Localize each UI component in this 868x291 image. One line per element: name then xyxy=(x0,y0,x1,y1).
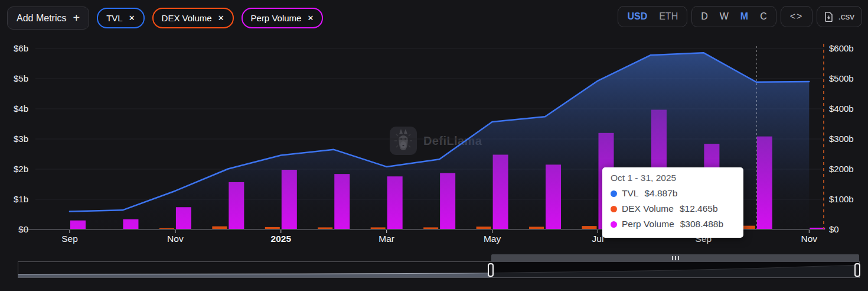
metric-pill-tvl[interactable]: TVL ✕ xyxy=(97,8,144,28)
perp-volume-bar xyxy=(282,170,297,229)
metrics-toolbar: Add Metrics + TVL ✕ DEX Volume ✕ Perp Vo… xyxy=(7,7,323,30)
currency-toggle: USD ETH xyxy=(618,6,687,27)
add-metrics-button[interactable]: Add Metrics + xyxy=(7,7,89,30)
tooltip-perp-label: Perp Volume xyxy=(622,216,674,232)
metric-pill-tvl-label: TVL xyxy=(106,13,123,23)
close-icon[interactable]: ✕ xyxy=(307,14,314,22)
tooltip-date-range: Oct 1 - 31, 2025 xyxy=(611,173,735,183)
perp-volume-bar xyxy=(229,182,244,229)
tooltip-perp-value: $308.488b xyxy=(680,216,723,232)
plus-icon: + xyxy=(73,11,80,25)
metric-pill-perp-volume[interactable]: Perp Volume ✕ xyxy=(242,8,324,28)
interval-cumulative-option[interactable]: C xyxy=(754,11,773,22)
perp-volume-bar xyxy=(757,137,772,229)
dex-series-dot xyxy=(611,206,617,212)
add-metrics-label: Add Metrics xyxy=(17,13,66,24)
download-csv-button[interactable]: .csv xyxy=(817,6,862,27)
tooltip-row-perp: Perp Volume $308.488b xyxy=(611,216,735,232)
currency-eth-option[interactable]: ETH xyxy=(653,11,684,22)
perp-volume-bar xyxy=(493,155,508,229)
chart-controls: USD ETH D W M C <> .csv xyxy=(618,6,862,27)
csv-file-icon xyxy=(824,12,833,22)
metric-pill-dex-label: DEX Volume xyxy=(162,13,212,23)
defillama-chart-page: Add Metrics + TVL ✕ DEX Volume ✕ Perp Vo… xyxy=(0,0,868,291)
perp-volume-bar xyxy=(334,174,350,229)
grip-icon xyxy=(678,256,679,260)
range-selector-track[interactable] xyxy=(18,261,860,278)
close-icon[interactable]: ✕ xyxy=(129,14,135,22)
perp-volume-bar xyxy=(546,164,561,229)
perp-volume-bar xyxy=(440,173,455,229)
perp-volume-bar xyxy=(70,221,86,229)
embed-button[interactable]: <> xyxy=(781,6,813,27)
perp-volume-bar xyxy=(387,176,403,229)
range-handle-right[interactable] xyxy=(854,263,860,277)
grip-icon xyxy=(672,256,673,260)
tooltip-dex-value: $12.465b xyxy=(680,201,718,216)
range-selection-window[interactable] xyxy=(491,262,859,277)
range-handle-left[interactable] xyxy=(488,263,494,277)
interval-monthly-option[interactable]: M xyxy=(735,11,754,22)
perp-volume-bar xyxy=(176,207,191,229)
tooltip-row-tvl: TVL $4.887b xyxy=(611,186,735,201)
metric-pill-perp-label: Perp Volume xyxy=(251,13,302,23)
close-icon[interactable]: ✕ xyxy=(218,14,224,22)
chart-tooltip: Oct 1 - 31, 2025 TVL $4.887b DEX Volume … xyxy=(602,167,743,238)
tooltip-tvl-value: $4.887b xyxy=(644,186,677,201)
perp-volume-bar xyxy=(123,219,138,229)
tooltip-tvl-label: TVL xyxy=(622,186,638,201)
interval-daily-option[interactable]: D xyxy=(695,11,714,22)
currency-usd-option[interactable]: USD xyxy=(621,11,653,22)
interval-toggle: D W M C xyxy=(691,6,776,27)
tooltip-row-dex: DEX Volume $12.465b xyxy=(611,201,735,216)
range-selection-drag-bar[interactable] xyxy=(491,254,859,262)
grip-icon xyxy=(675,256,676,260)
csv-label: .csv xyxy=(838,11,854,22)
interval-weekly-option[interactable]: W xyxy=(714,11,735,22)
metric-pill-dex-volume[interactable]: DEX Volume ✕ xyxy=(152,8,234,28)
embed-code-icon: <> xyxy=(784,11,810,22)
perp-series-dot xyxy=(611,221,617,228)
tooltip-dex-label: DEX Volume xyxy=(622,201,674,216)
tvl-series-dot xyxy=(611,190,617,197)
